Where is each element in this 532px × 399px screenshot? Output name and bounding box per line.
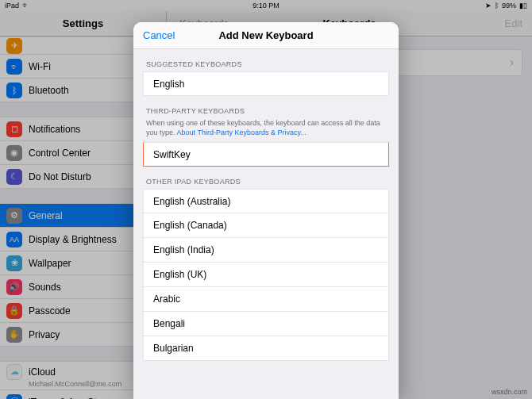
keyboard-option[interactable]: English (India)	[143, 238, 389, 263]
sheet-nav: Cancel Add New Keyboard	[133, 22, 399, 49]
section-header-suggested: SUGGESTED KEYBOARDS	[146, 60, 386, 68]
keyboard-option[interactable]: English	[143, 71, 389, 96]
privacy-link[interactable]: About Third-Party Keyboards & Privacy...	[177, 129, 306, 136]
sheet-body[interactable]: SUGGESTED KEYBOARDS English THIRD-PARTY …	[133, 49, 399, 399]
keyboard-option[interactable]: Bulgarian	[143, 336, 389, 361]
keyboard-option[interactable]: English (UK)	[143, 263, 389, 287]
thirdparty-note: When using one of these keyboards, the k…	[146, 118, 386, 137]
keyboard-option-swiftkey[interactable]: SwiftKey	[143, 142, 389, 167]
keyboard-option[interactable]: English (Australia)	[143, 189, 389, 213]
keyboard-option[interactable]: Arabic	[143, 287, 389, 312]
section-header-other: OTHER IPAD KEYBOARDS	[146, 178, 386, 186]
sheet-title: Add New Keyboard	[218, 29, 313, 41]
keyboard-option[interactable]: Bengali	[143, 312, 389, 336]
section-header-thirdparty: THIRD-PARTY KEYBOARDS	[146, 107, 386, 115]
keyboard-option[interactable]: English (Canada)	[143, 213, 389, 238]
watermark: wsxdn.com	[492, 388, 527, 396]
cancel-button[interactable]: Cancel	[143, 29, 175, 41]
add-keyboard-sheet: Cancel Add New Keyboard SUGGESTED KEYBOA…	[133, 22, 399, 399]
